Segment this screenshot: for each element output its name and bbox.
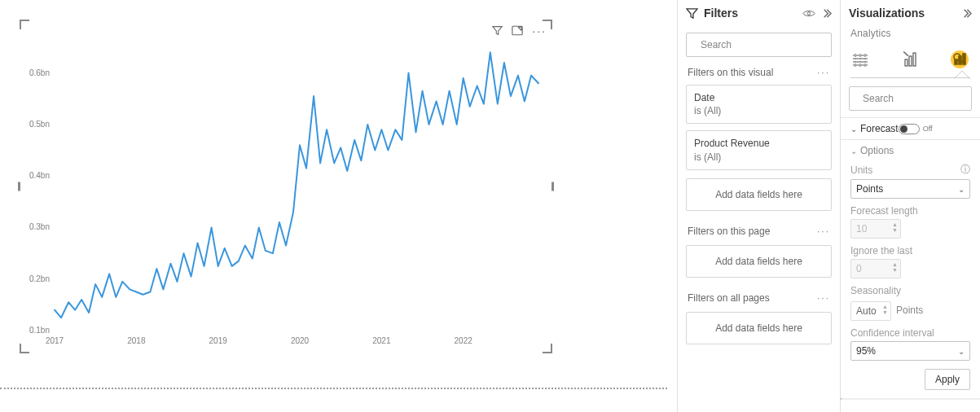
seasonality-unit: Points [896,305,923,316]
analytics-tab[interactable] [949,49,970,70]
page-navigation-divider [0,388,667,389]
collapse-pane-icon[interactable] [961,8,972,19]
visualizations-pane-title: Visualizations [849,7,925,20]
add-field-label: Add data fields here [715,256,802,267]
forecast-length-input[interactable]: 10 ▲▼ [850,219,901,239]
units-picker[interactable]: Points ⌄ [850,179,970,199]
forecast-options-header[interactable]: ⌄ Options [850,145,970,156]
search-icon [693,40,694,50]
more-options-icon[interactable]: ··· [817,226,830,237]
chevron-down-icon: ⌄ [958,185,965,194]
focus-mode-icon[interactable] [512,25,523,36]
selection-handle-ml[interactable] [18,182,20,191]
ignore-last-value: 0 [856,263,862,274]
forecast-length-label: Forecast length [850,205,970,217]
add-field-label: Add data fields here [715,189,802,200]
filter-card-title: Product Revenue [694,137,824,150]
add-all-filter-drop[interactable]: Add data fields here [686,312,832,344]
forecast-section-header[interactable]: ⌄ Forecast Off [841,117,980,140]
svg-text:2018: 2018 [127,336,146,345]
filter-card-subtitle: is (All) [694,151,824,164]
units-value: Points [856,183,883,195]
more-options-icon[interactable]: ··· [817,67,830,78]
format-visual-tab[interactable] [900,50,920,69]
filter-card-title: Date [694,91,824,104]
ignore-last-label: Ignore the last [850,245,970,256]
filters-on-all-header: Filters on all pages ··· [678,289,840,307]
chevron-down-icon: ⌄ [850,125,857,134]
confidence-interval-picker[interactable]: 95% ⌄ [850,341,970,361]
svg-text:2017: 2017 [46,336,64,345]
svg-text:2019: 2019 [209,336,228,345]
svg-rect-23 [905,59,907,66]
add-page-filter-drop[interactable]: Add data fields here [686,245,832,278]
apply-button[interactable]: Apply [925,369,970,390]
filter-card-subtitle: is (All) [694,104,824,117]
svg-text:0.5bn: 0.5bn [29,120,50,129]
units-label: Units [850,164,872,176]
seasonality-label: Seasonality [850,285,970,296]
forecast-toggle-state: Off [923,125,933,133]
build-visual-tab[interactable] [850,50,870,69]
seasonality-input[interactable]: Auto ▲▼ [850,301,891,321]
filters-on-page-label: Filters on this page [688,226,770,237]
collapse-pane-icon[interactable] [821,8,832,19]
filters-search-input[interactable] [686,33,832,57]
more-options-icon[interactable]: ··· [532,27,547,35]
filters-pane: Filters Filters on this visual ··· Date … [677,0,840,412]
svg-rect-25 [913,53,916,66]
selection-handle-tl[interactable] [20,20,29,29]
filters-on-visual-header: Filters on this visual ··· [678,64,840,81]
filters-on-visual-label: Filters on this visual [688,67,773,78]
line-chart-svg: 0.1bn0.2bn0.3bn0.4bn0.5bn0.6bn 201720182… [24,42,547,348]
svg-text:2021: 2021 [372,336,391,345]
chevron-down-icon: ⌄ [850,147,857,156]
confidence-interval-label: Confidence interval [850,327,970,339]
svg-text:0.3bn: 0.3bn [29,222,50,231]
confidence-interval-value: 95% [856,345,876,357]
visualizations-pane: Visualizations Analytics [840,0,980,412]
svg-point-13 [807,11,811,15]
chevron-down-icon: ⌄ [958,347,965,356]
more-options-icon[interactable]: ··· [817,292,830,304]
show-filters-icon[interactable] [802,9,815,18]
svg-rect-0 [512,26,522,35]
seasonality-value: Auto [856,305,877,317]
forecast-length-value: 10 [856,223,867,234]
svg-rect-29 [963,54,965,64]
svg-text:0.4bn: 0.4bn [29,171,50,180]
filter-icon [686,7,698,20]
visualizations-pane-header: Visualizations [841,0,980,26]
svg-text:0.2bn: 0.2bn [29,274,50,283]
svg-text:0.6bn: 0.6bn [29,68,50,77]
filters-pane-title: Filters [704,7,738,20]
ignore-last-input[interactable]: 0 ▲▼ [850,259,901,278]
units-label-row: Units ⓘ [850,163,970,177]
svg-point-14 [693,45,694,46]
forecast-label: Forecast [860,123,899,134]
filters-on-all-label: Filters on all pages [688,292,770,304]
svg-text:2020: 2020 [291,336,310,345]
svg-text:0.1bn: 0.1bn [29,326,50,335]
filter-card-revenue[interactable]: Product Revenue is (All) [686,130,832,169]
filters-on-page-header: Filters on this page ··· [678,222,840,240]
analytics-subtitle: Analytics [841,26,980,44]
svg-rect-24 [909,56,912,66]
svg-text:2022: 2022 [455,336,473,345]
forecast-toggle[interactable] [899,124,920,134]
visual-header: ··· [492,25,547,36]
filter-card-date[interactable]: Date is (All) [686,85,832,124]
add-field-label: Add data fields here [715,322,802,334]
report-canvas[interactable]: ··· 0.1bn0.2bn0.3bn0.4bn0.5bn0.6bn 20172… [0,0,677,412]
selection-handle-mr[interactable] [552,182,554,191]
chart-plot-area: 0.1bn0.2bn0.3bn0.4bn0.5bn0.6bn 201720182… [24,42,547,348]
filters-pane-header: Filters [678,0,840,26]
filter-icon[interactable] [492,25,503,36]
analytics-search-input[interactable] [849,86,972,111]
options-label: Options [860,145,894,156]
line-chart-visual[interactable]: ··· 0.1bn0.2bn0.3bn0.4bn0.5bn0.6bn 20172… [20,20,552,353]
viz-tab-row [841,44,980,70]
info-icon[interactable]: ⓘ [960,163,970,177]
forecast-options-block: ⌄ Options Units ⓘ Points ⌄ Forecast leng… [841,140,980,398]
add-visual-filter-drop[interactable]: Add data fields here [686,178,832,211]
